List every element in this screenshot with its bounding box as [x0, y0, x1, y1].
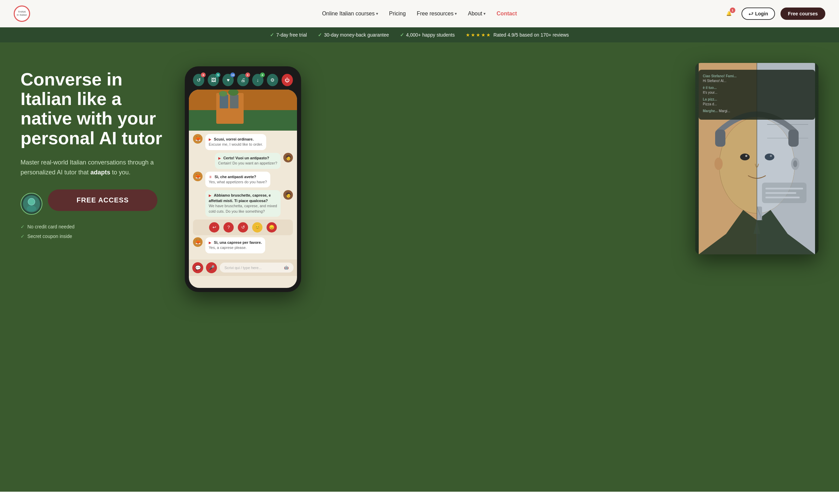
hero-subtitle: Master real-world Italian conversations …: [21, 158, 164, 177]
avatar-labels: FREE ACCESS: [48, 189, 157, 218]
check-no-credit-card: ✓ No credit card needed: [21, 222, 164, 231]
overlay-line-2: è il tuo... It's your...: [703, 85, 811, 95]
promo-item-guarantee: ✓ 30-day money-back guarantee: [318, 32, 389, 38]
nav-contact[interactable]: Contact: [492, 8, 521, 19]
hero-avatar-section: FREE ACCESS: [21, 189, 164, 218]
svg-point-27: [770, 155, 772, 157]
check-coupon: ✓ Secret coupon inside: [21, 231, 164, 241]
svg-rect-20: [765, 192, 796, 194]
svg-point-26: [745, 155, 747, 157]
phone-frame: ↺ 8 🖼 5 ♥ 13 🖨 3 ↓ 4: [185, 66, 301, 292]
chevron-down-icon: ▾: [376, 11, 378, 16]
bubble-content: ▶ Scusi, vorrei ordinare. Excuse me, I w…: [205, 134, 266, 150]
bubble-content: ▶ Sì, una caprese per favore. Yes, a cap…: [205, 237, 265, 253]
tool-badge: 13: [230, 72, 235, 77]
svg-point-30: [714, 158, 723, 170]
action-refresh[interactable]: ↺: [238, 222, 248, 233]
nav-about[interactable]: About ▾: [464, 8, 490, 19]
svg-rect-6: [230, 95, 238, 108]
promo-item-students: ✓ 4,000+ happy students: [400, 32, 455, 38]
login-button[interactable]: ⮐ Login: [741, 8, 775, 20]
chevron-down-icon: ▾: [455, 11, 457, 16]
nav-online-courses[interactable]: Online Italian courses ▾: [318, 8, 382, 19]
promo-bar: ✓ 7-day free trial ✓ 30-day money-back g…: [0, 27, 839, 42]
hero-left: Converse in Italian like a native with y…: [21, 63, 164, 241]
svg-point-7: [219, 91, 227, 96]
logo-text: THINK in Italian: [17, 11, 27, 17]
hero-checks: ✓ No credit card needed ✓ Secret coupon …: [21, 222, 164, 241]
svg-point-25: [765, 154, 774, 160]
check-icon: ✓: [21, 222, 25, 231]
bubble-avatar: 🦊: [193, 172, 203, 181]
hero-title: Converse in Italian like a native with y…: [21, 70, 164, 148]
phone-background: [189, 90, 297, 131]
svg-point-0: [28, 198, 35, 205]
svg-rect-21: [765, 197, 800, 198]
action-happy[interactable]: 😊: [252, 222, 262, 233]
tool-badge: 5: [216, 72, 220, 77]
tool-badge: 4: [260, 72, 265, 77]
action-sad[interactable]: 😞: [267, 222, 277, 233]
hero-section: Converse in Italian like a native with y…: [0, 42, 839, 492]
chat-icon-button[interactable]: 💬: [192, 262, 203, 273]
tool-image[interactable]: 🖼 5: [208, 74, 219, 86]
tool-print[interactable]: 🖨 3: [237, 74, 248, 86]
navbar-left: THINK in Italian: [14, 5, 30, 22]
avatar: [21, 193, 42, 215]
navbar-right: 🔔 1 ⮐ Login Free courses: [722, 7, 825, 21]
nav-pricing[interactable]: Pricing: [385, 8, 410, 19]
svg-rect-22: [715, 130, 725, 147]
notification-bell[interactable]: 🔔 1: [722, 7, 736, 21]
bubble-content: ⏸ Sì, che antipasti avete? Yes, what app…: [205, 172, 270, 188]
chat-bubble-5: 🦊 ▶ Sì, una caprese per favore. Yes, a c…: [193, 237, 293, 253]
avatar-face-icon: [23, 195, 40, 212]
tool-activity[interactable]: ♥ 13: [222, 74, 234, 86]
svg-point-24: [740, 154, 750, 160]
tool-download[interactable]: ↓ 4: [252, 74, 263, 86]
phone-toolbar: ↺ 8 🖼 5 ♥ 13 🖨 3 ↓ 4: [189, 70, 297, 90]
tool-badge: 3: [245, 72, 250, 77]
bubble-content: ▶ Certo! Vuoi un antipasto? Certain! Do …: [215, 153, 281, 169]
check-icon: ✓: [21, 231, 25, 241]
emoji-icon: 🤖: [284, 265, 289, 270]
svg-rect-23: [788, 130, 799, 147]
bubble-avatar: 🦊: [193, 237, 203, 247]
action-question[interactable]: ?: [223, 222, 234, 233]
chevron-down-icon: ▾: [483, 11, 486, 16]
bubble-content: ▶ Abbiamo bruschette, caprese, e affetta…: [205, 190, 281, 217]
logo[interactable]: THINK in Italian: [14, 5, 30, 22]
chat-overlay: Ciao Stefano! Fami... Hi Stefano! Al... …: [699, 70, 815, 120]
notification-badge: 1: [730, 8, 735, 13]
mic-button[interactable]: 🎤: [206, 262, 217, 273]
bubble-avatar: 🧑: [283, 153, 293, 162]
svg-rect-5: [220, 95, 228, 108]
free-courses-button[interactable]: Free courses: [780, 8, 825, 20]
phone-input-bar: 💬 🎤 Scrivi qui / type here... 🤖: [189, 260, 297, 276]
svg-point-29: [793, 160, 797, 167]
check-icon: ✓: [318, 32, 322, 38]
nav-free-resources[interactable]: Free resources ▾: [413, 8, 461, 19]
promo-item-rating: ★★★★★ Rated 4.9/5 based on 170+ reviews: [466, 32, 569, 38]
login-icon: ⮐: [748, 11, 753, 16]
chat-bubble-1: 🦊 ▶ Scusi, vorrei ordinare. Excuse me, I…: [193, 134, 293, 150]
hero-right: Ciao Stefano! Fami... Hi Stefano! Al... …: [328, 63, 818, 254]
overlay-line-1: Ciao Stefano! Fami... Hi Stefano! Al...: [703, 74, 811, 83]
chat-area: 🦊 ▶ Scusi, vorrei ordinare. Excuse me, I…: [189, 131, 297, 260]
navbar: THINK in Italian Online Italian courses …: [0, 0, 839, 27]
phone-inner: 🦊 ▶ Scusi, vorrei ordinare. Excuse me, I…: [189, 90, 297, 288]
action-undo[interactable]: ↩: [209, 222, 219, 233]
chat-bubble-2: 🧑 ▶ Certo! Vuoi un antipasto? Certain! D…: [193, 153, 293, 169]
stars-icon: ★★★★★: [466, 32, 491, 38]
chat-input[interactable]: Scrivi qui / type here... 🤖: [220, 263, 294, 273]
tool-power[interactable]: ⏻: [282, 74, 293, 86]
chat-bubble-4: 🧑 ▶ Abbiamo bruschette, caprese, e affet…: [193, 190, 293, 217]
tool-refresh[interactable]: ↺ 8: [193, 74, 204, 86]
overlay-line-3: La pizz... Pizza d...: [703, 97, 811, 107]
chat-bubble-3: 🦊 ⏸ Sì, che antipasti avete? Yes, what a…: [193, 172, 293, 188]
overlay-line-4: Marghe... Margi...: [703, 109, 811, 114]
check-icon: ✓: [400, 32, 404, 38]
check-icon: ✓: [270, 32, 274, 38]
tool-settings[interactable]: ⚙: [267, 74, 278, 86]
free-access-button[interactable]: FREE ACCESS: [48, 189, 157, 211]
logo-circle: THINK in Italian: [14, 5, 30, 22]
